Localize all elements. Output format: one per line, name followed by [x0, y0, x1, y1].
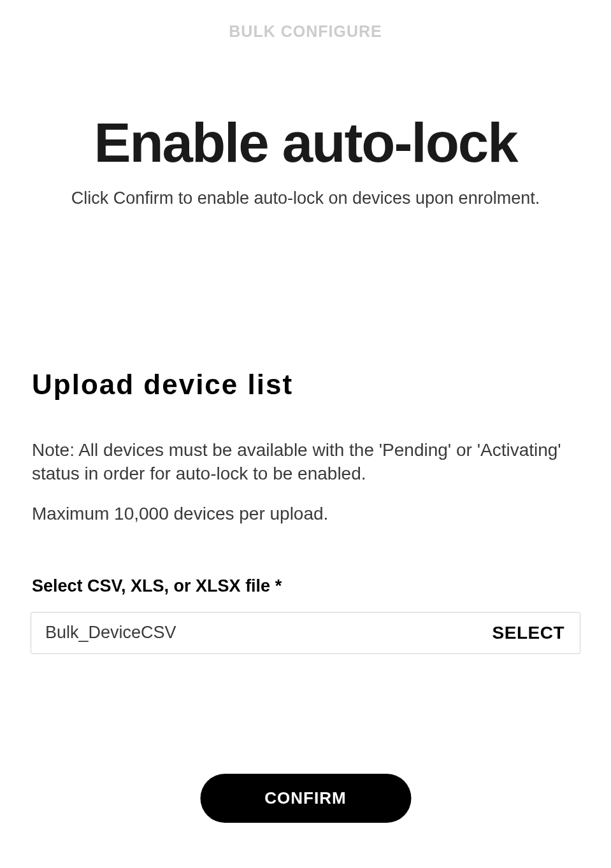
- upload-note: Note: All devices must be available with…: [32, 439, 579, 486]
- header-label: BULK CONFIGURE: [0, 0, 611, 41]
- upload-section-title: Upload device list: [32, 369, 611, 401]
- file-input-row: Bulk_DeviceCSV SELECT: [31, 612, 580, 654]
- page-subtitle: Click Confirm to enable auto-lock on dev…: [0, 189, 611, 208]
- file-select-label: Select CSV, XLS, or XLSX file *: [32, 576, 611, 596]
- upload-max-note: Maximum 10,000 devices per upload.: [32, 504, 611, 524]
- select-file-button[interactable]: SELECT: [492, 623, 564, 643]
- confirm-button[interactable]: CONFIRM: [200, 774, 411, 823]
- page-title: Enable auto-lock: [0, 111, 611, 174]
- file-name-display: Bulk_DeviceCSV: [45, 623, 492, 643]
